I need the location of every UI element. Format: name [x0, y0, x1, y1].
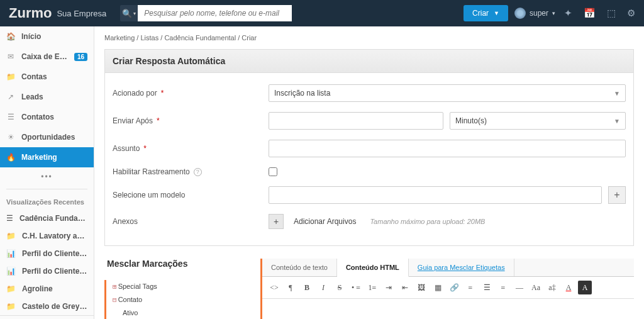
search-input[interactable] [138, 5, 292, 21]
user-menu[interactable]: super ▾ [514, 8, 555, 19]
ul-icon[interactable]: • ≡ [349, 281, 363, 294]
logo: Zurmo [9, 5, 52, 21]
recent-5[interactable]: 📁Castelo de Greysk... [0, 298, 94, 315]
chart-icon: 📊 [6, 267, 16, 276]
label-template: Selecione um modelo [113, 191, 269, 199]
italic-icon[interactable]: I [316, 281, 330, 294]
table-icon[interactable]: ▦ [431, 281, 445, 294]
bgcolor-icon[interactable]: A [578, 281, 592, 294]
create-button[interactable]: Criar▼ [464, 5, 508, 21]
help-icon[interactable]: ? [194, 168, 202, 176]
mail-icon: ✉ [6, 52, 15, 61]
link-icon[interactable]: 🔗 [447, 281, 461, 294]
editor-body[interactable] [262, 299, 634, 319]
recent-3[interactable]: 📊Perfil do Cliente Id... [0, 262, 94, 280]
chart-icon: 📊 [6, 249, 16, 258]
calendar-icon[interactable]: 📅 [581, 8, 598, 19]
list-icon: ☰ [6, 113, 15, 121]
merge-right: Conteúdo de texto Conteúdo HTML Guia par… [260, 259, 634, 319]
ol-icon[interactable]: 1≡ [365, 281, 379, 294]
add-template-button[interactable]: + [608, 186, 626, 204]
cube-icon[interactable]: ⬚ [604, 8, 618, 19]
tree-special[interactable]: ⊞Special Tags [106, 280, 260, 293]
tree-contato[interactable]: ⊟Contato [106, 293, 260, 306]
chevron-down-icon: ▼ [614, 118, 620, 125]
folder-icon: 📁 [6, 302, 16, 311]
tab-guide[interactable]: Guia para Mesclar Etiquetas [409, 259, 514, 276]
nav-more[interactable]: ••• [0, 167, 94, 186]
crumb-0[interactable]: Marketing [104, 34, 135, 42]
tree-child-0[interactable]: Ativo [106, 306, 260, 319]
merge-tree: ⊞Special Tags ⊟Contato Ativo Canais de C… [104, 280, 260, 319]
select-template[interactable] [269, 186, 602, 204]
nav-marketing[interactable]: 🔥Marketing [0, 147, 94, 167]
home-icon: 🏠 [6, 32, 15, 41]
crumb-3: Criar [242, 34, 257, 42]
checkbox-tracking[interactable] [269, 167, 277, 176]
divider [6, 189, 87, 189]
nav-contatos[interactable]: ☰Contatos [0, 107, 94, 127]
bold-icon[interactable]: B [300, 281, 314, 294]
label-sendafter: Enviar Após* [113, 116, 269, 125]
list-icon: ☰ [6, 214, 13, 223]
fontstyle-icon[interactable]: a‡ [545, 281, 559, 294]
recent-4[interactable]: 📁Agroline [0, 280, 94, 298]
indent-icon[interactable]: ⇥ [382, 281, 396, 294]
outdent-icon[interactable]: ⇤ [398, 281, 412, 294]
hr-icon[interactable]: — [513, 281, 526, 294]
expand-icon: ⊞ [113, 283, 117, 291]
fontcolor-icon[interactable]: A [562, 281, 575, 294]
strike-icon[interactable]: S [333, 281, 347, 294]
nav-contas[interactable]: 📁Contas [0, 67, 94, 87]
merge-title: Mesclar Marcações [104, 259, 260, 269]
editor-toolbar: <> ¶ B I S • ≡ 1≡ ⇥ ⇤ 🖼 ▦ 🔗 ≡ ☰ ≡ — Aa [262, 277, 634, 299]
image-icon[interactable]: 🖼 [414, 281, 428, 294]
avatar [514, 8, 526, 19]
search-icon[interactable]: 🔍▾ [120, 5, 138, 21]
folder-icon: 📁 [6, 72, 15, 81]
header-right: Criar▼ super ▾ ✦ 📅 ⬚ ⚙ [464, 5, 638, 21]
search: 🔍▾ [120, 5, 292, 21]
align-center-icon[interactable]: ☰ [480, 281, 494, 294]
magic-icon[interactable]: ✦ [562, 8, 575, 19]
paragraph-icon[interactable]: ¶ [284, 281, 297, 294]
code-icon[interactable]: <> [267, 281, 281, 294]
label-triggered: Acionado por* [113, 89, 269, 98]
tab-html[interactable]: Conteúdo HTML [337, 259, 409, 277]
fontsize-icon[interactable]: Aa [529, 281, 543, 294]
attach-button[interactable]: + [269, 214, 284, 229]
main-content: Marketing / Listas / Cadência Fundamenta… [94, 26, 644, 319]
nav-leads[interactable]: ↗Leads [0, 87, 94, 107]
settings-icon[interactable]: ⚙ [625, 8, 638, 19]
recent-2[interactable]: 📊Perfil do Cliente Id... [0, 245, 94, 262]
recent-1[interactable]: 📁C.H. Lavatory and ... [0, 227, 94, 245]
label-subject: Assunto* [113, 144, 269, 153]
tab-text[interactable]: Conteúdo de texto [262, 259, 337, 276]
form: Acionado por* Inscrição na lista▼ Enviar… [104, 73, 634, 246]
nav-inbox[interactable]: ✉Caixa de Entrada16 [0, 47, 94, 67]
crumb-2[interactable]: Cadência Fundamental [164, 34, 236, 42]
collapse-icon: ⊟ [113, 296, 117, 304]
sun-icon: ☀ [6, 133, 15, 142]
merge-left: Mesclar Marcações ⊞Special Tags ⊟Contato… [104, 259, 260, 319]
inbox-badge: 16 [74, 53, 87, 61]
breadcrumb: Marketing / Listas / Cadência Fundamenta… [94, 26, 644, 49]
folder-icon: 📁 [6, 232, 16, 240]
input-sendafter[interactable] [269, 112, 443, 130]
app-header: Zurmo Sua Empresa 🔍▾ Criar▼ super ▾ ✦ 📅 … [0, 0, 644, 26]
align-right-icon[interactable]: ≡ [496, 281, 510, 294]
attach-hint: Tamanho máximo para upload: 20MB [370, 218, 485, 225]
select-triggered[interactable]: Inscrição na lista▼ [269, 84, 626, 102]
select-unit[interactable]: Minuto(s)▼ [450, 112, 626, 130]
panel-title: Criar Resposta Automática [104, 49, 634, 73]
editor-tabs: Conteúdo de texto Conteúdo HTML Guia par… [262, 259, 634, 277]
crumb-1[interactable]: Listas [140, 34, 158, 42]
recent-0[interactable]: ☰Cadência Fundam... [0, 210, 94, 227]
input-subject[interactable] [269, 140, 626, 157]
attach-label[interactable]: Adicionar Arquivos [294, 217, 356, 226]
nav-inicio[interactable]: 🏠Início [0, 26, 94, 47]
nav-oportunidades[interactable]: ☀Oportunidades [0, 127, 94, 147]
align-left-icon[interactable]: ≡ [464, 281, 477, 294]
company-name: Sua Empresa [57, 9, 106, 18]
label-tracking: Habilitar Rastreamento? [113, 167, 269, 176]
